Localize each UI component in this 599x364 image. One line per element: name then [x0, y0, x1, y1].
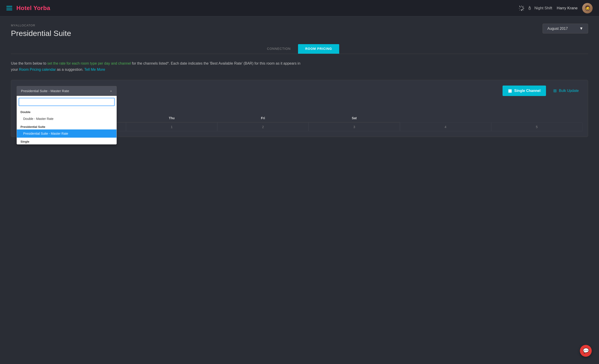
date-selector-arrow: ▼	[579, 26, 583, 31]
logo: Hotel Yorba	[16, 5, 50, 12]
desc-part3: as a suggestion.	[56, 68, 84, 71]
dropdown-group-double: Double	[17, 108, 116, 115]
cal-cell-2: 2	[217, 122, 308, 131]
single-channel-button[interactable]: ▦ Single Channel	[502, 86, 546, 96]
single-channel-label: Single Channel	[514, 89, 540, 93]
page-header-text: MYALLOCATOR Presidential Suite	[11, 24, 71, 38]
dropdown-arrow-icon: ▲	[110, 89, 112, 92]
menu-button[interactable]	[6, 6, 12, 10]
dropdown-group-presidential: Presidential Suite	[17, 123, 116, 129]
lamp-unicode-icon: 🕯	[527, 5, 532, 11]
cal-header-thu: Thu	[126, 114, 217, 122]
bulk-update-icon: ⊞	[553, 88, 557, 93]
tabs-container: CONNECTION ROOM PRICING	[11, 44, 588, 54]
date-selector[interactable]: August 2017 ▼	[543, 24, 588, 34]
user-name: Harry Krane	[557, 6, 578, 10]
date-selector-label: August 2017	[547, 27, 568, 31]
cal-cell-4: 4	[400, 122, 491, 131]
description: Use the form below to set the rate for e…	[11, 60, 307, 72]
chat-icon: 💬	[583, 348, 589, 354]
cal-header-sat: Sat	[308, 114, 400, 122]
dropdown-search-input[interactable]	[19, 98, 115, 106]
panel-top: Presidential Suite - Master Rate ▲ Doubl…	[17, 86, 582, 96]
tab-connection[interactable]: CONNECTION	[260, 44, 298, 54]
chat-button[interactable]: 💬	[580, 345, 592, 357]
main-content: MYALLOCATOR Presidential Suite August 20…	[0, 16, 599, 144]
panel-actions: ▦ Single Channel ⊞ Bulk Update	[502, 86, 582, 96]
single-channel-icon: ▦	[508, 88, 512, 93]
lamp-icon	[519, 5, 525, 11]
header: Hotel Yorba 🕯 Night Shift Harry Krane 🧔	[0, 0, 599, 16]
dropdown-group-single: Single	[17, 138, 116, 144]
cal-cell-1: 1	[126, 122, 217, 131]
tabs: CONNECTION ROOM PRICING	[11, 44, 588, 54]
desc-highlight-green: set the rate for each room type per day …	[47, 62, 131, 65]
page-title: Presidential Suite	[11, 29, 71, 38]
tell-me-more-link[interactable]: Tell Me More	[84, 68, 105, 71]
cal-cell-5: 5	[491, 122, 582, 131]
header-left: Hotel Yorba	[6, 5, 50, 12]
desc-part1: Use the form below to	[11, 62, 47, 65]
main-panel: Presidential Suite - Master Rate ▲ Doubl…	[11, 80, 588, 137]
dropdown-item-double-master[interactable]: Double - Master Rate	[17, 115, 116, 123]
header-right: 🕯 Night Shift Harry Krane 🧔	[519, 3, 593, 13]
dropdown-item-presidential-master[interactable]: Presidential Suite - Master Rate	[17, 129, 116, 138]
dropdown-menu: Double Double - Master Rate Presidential…	[17, 96, 117, 144]
night-shift-label: Night Shift	[534, 6, 552, 10]
cal-cell-3: 3	[308, 122, 400, 131]
dropdown-scroll: Double Double - Master Rate Presidential…	[17, 108, 116, 144]
dropdown-search-container	[17, 96, 116, 108]
bulk-update-label: Bulk Update	[559, 89, 579, 93]
tab-room-pricing[interactable]: ROOM PRICING	[298, 44, 339, 54]
page-header: MYALLOCATOR Presidential Suite August 20…	[11, 24, 588, 38]
room-type-dropdown[interactable]: Presidential Suite - Master Rate ▲	[17, 86, 117, 96]
night-shift-info: 🕯 Night Shift	[519, 5, 552, 11]
dropdown-selected-label: Presidential Suite - Master Rate	[21, 89, 69, 93]
dropdown-container: Presidential Suite - Master Rate ▲ Doubl…	[17, 86, 117, 96]
breadcrumb: MYALLOCATOR	[11, 24, 71, 27]
bulk-update-button[interactable]: ⊞ Bulk Update	[550, 86, 582, 96]
desc-highlight-cyan[interactable]: Room Pricing calendar	[19, 68, 56, 71]
avatar[interactable]: 🧔	[582, 3, 593, 13]
cal-header-fri: Fri	[217, 114, 308, 122]
